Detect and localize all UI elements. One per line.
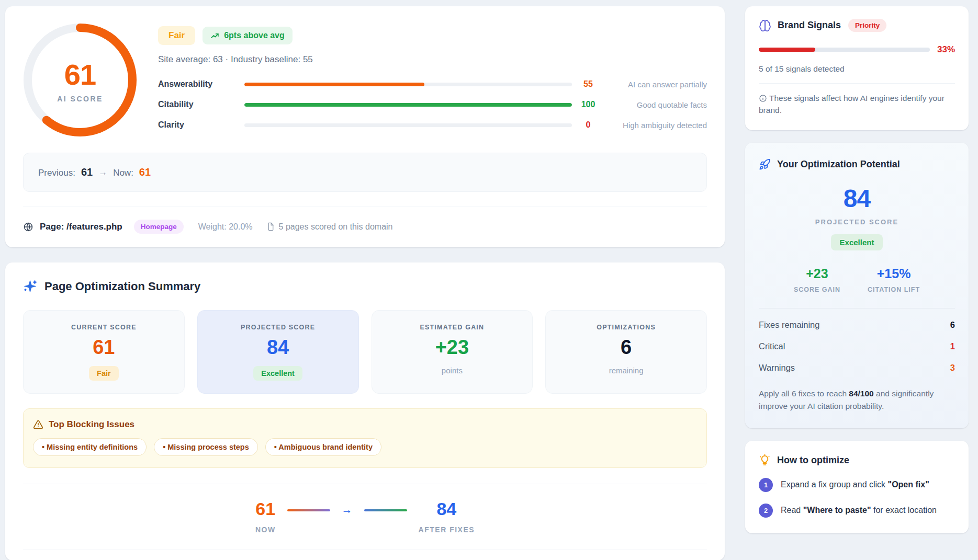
brand-signals-percent: 33% — [937, 44, 955, 55]
how-to-title: How to optimize — [777, 455, 849, 466]
site-average-text: Site average: 63 · Industry baseline: 55 — [158, 54, 707, 65]
document-icon — [266, 222, 275, 231]
arrow-right-icon: → — [98, 167, 107, 178]
citation-lift: +15% CITATION LIFT — [868, 266, 920, 293]
homepage-badge: Homepage — [134, 220, 184, 234]
page-weight: Weight: 20.0% — [198, 222, 253, 232]
sparkles-icon — [23, 279, 37, 293]
score-history: Previous: 61 → Now: 61 — [23, 153, 707, 192]
metric-list: Answerability 55 AI can answer partially… — [158, 79, 707, 130]
score-overview: 61 AI SCORE Fair 6pts above avg — [23, 23, 707, 137]
gradient-line — [287, 509, 330, 511]
blocking-title: Top Blocking Issues — [49, 419, 134, 430]
previous-score: 61 — [81, 166, 93, 178]
how-to-optimize-card: How to optimize 1 Expand a fix group and… — [745, 441, 969, 533]
rocket-icon — [759, 158, 771, 170]
page-root: 61 AI SCORE Fair 6pts above avg — [0, 0, 978, 560]
divider — [23, 207, 707, 207]
citability-bar — [244, 103, 572, 107]
projection-now-label: NOW — [255, 525, 276, 534]
projection-after-label: AFTER FIXES — [419, 525, 475, 534]
issue-chip: Ambiguous brand identity — [265, 438, 381, 456]
step-number-badge: 2 — [759, 504, 773, 518]
optimization-potential-card: Your Optimization Potential 84 PROJECTED… — [745, 143, 969, 428]
potential-title: Your Optimization Potential — [777, 159, 900, 170]
metric-row-citability: Citability 100 Good quotable facts — [158, 100, 707, 109]
summary-stats: CURRENT SCORE 61 Fair PROJECTED SCORE 84… — [23, 310, 707, 394]
page-path: Page: /features.php — [40, 222, 122, 232]
stat-estimated-gain: ESTIMATED GAIN +23 points — [372, 310, 533, 394]
score-projection: 61 NOW → 84 AFTER FIXES — [23, 499, 707, 534]
stat-projected-score: PROJECTED SCORE 84 Excellent — [197, 310, 359, 394]
divider — [23, 484, 707, 484]
top-blocking-issues: Top Blocking Issues Missing entity defin… — [23, 408, 707, 468]
signals-detected-text: 5 of 15 signals detected — [759, 64, 955, 74]
brand-signals-card: Brand Signals Priority 33% 5 of 15 signa… — [745, 6, 969, 130]
projection-now-value: 61 — [255, 499, 276, 519]
ai-score-caption: AI SCORE — [57, 95, 103, 103]
answerability-bar — [244, 83, 572, 86]
score-gain: +23 SCORE GAIN — [794, 266, 840, 293]
fixes-remaining-row: Fixes remaining 6 — [759, 320, 955, 330]
page-info-row: Page: /features.php Homepage Weight: 20.… — [23, 220, 707, 234]
warning-triangle-icon — [33, 419, 43, 430]
summary-title: Page Optimization Summary — [44, 280, 200, 293]
apply-fixes-note: Apply all 6 fixes to reach 84/100 and si… — [759, 387, 955, 413]
excellent-badge: Excellent — [253, 366, 302, 381]
projection-after-value: 84 — [419, 499, 475, 519]
fair-badge: Fair — [89, 366, 119, 381]
sidebar: Brand Signals Priority 33% 5 of 15 signa… — [745, 6, 969, 533]
previous-label: Previous: — [38, 168, 75, 178]
arrow-right-icon: → — [342, 504, 353, 516]
projected-score-value: 84 — [759, 184, 955, 213]
divider — [759, 83, 955, 84]
brain-icon — [759, 19, 771, 32]
metric-row-clarity: Clarity 0 High ambiguity detected — [158, 120, 707, 130]
info-icon — [759, 94, 767, 102]
ai-score-gauge: 61 AI SCORE — [23, 23, 137, 137]
now-score: 61 — [139, 166, 151, 178]
issue-chip: Missing entity definitions — [33, 438, 147, 456]
divider — [23, 550, 707, 550]
now-label: Now: — [113, 168, 133, 178]
main-column: 61 AI SCORE Fair 6pts above avg — [5, 6, 725, 560]
brand-signals-note: These signals affect how AI engines iden… — [759, 92, 955, 117]
excellent-badge: Excellent — [831, 234, 883, 250]
grade-badge: Fair — [158, 26, 195, 45]
projected-score-caption: PROJECTED SCORE — [759, 218, 955, 226]
step-1: 1 Expand a fix group and click "Open fix… — [759, 478, 955, 492]
globe-icon — [23, 222, 33, 232]
ai-score-card: 61 AI SCORE Fair 6pts above avg — [5, 6, 725, 247]
brand-signals-progress — [759, 48, 930, 52]
stat-current-score: CURRENT SCORE 61 Fair — [23, 310, 185, 394]
divider — [759, 308, 955, 308]
step-number-badge: 1 — [759, 478, 773, 492]
lightbulb-icon — [759, 454, 771, 466]
brand-signals-title: Brand Signals — [778, 20, 841, 31]
trending-up-icon — [210, 31, 219, 40]
step-2: 2 Read "Where to paste" for exact locati… — [759, 504, 955, 518]
critical-row: Critical 1 — [759, 341, 955, 351]
clarity-bar — [244, 123, 572, 127]
pages-scored-note: 5 pages scored on this domain — [279, 222, 393, 232]
priority-badge: Priority — [848, 19, 886, 32]
metric-row-answerability: Answerability 55 AI can answer partially — [158, 79, 707, 89]
ai-score-value: 61 — [64, 58, 96, 92]
gradient-line — [364, 509, 407, 511]
issue-chip: Missing process steps — [154, 438, 258, 456]
page-optimization-summary-card: Page Optimization Summary CURRENT SCORE … — [5, 262, 725, 560]
stat-optimizations: OPTIMIZATIONS 6 remaining — [545, 310, 707, 394]
above-average-badge: 6pts above avg — [203, 27, 293, 44]
warnings-row: Warnings 3 — [759, 363, 955, 373]
